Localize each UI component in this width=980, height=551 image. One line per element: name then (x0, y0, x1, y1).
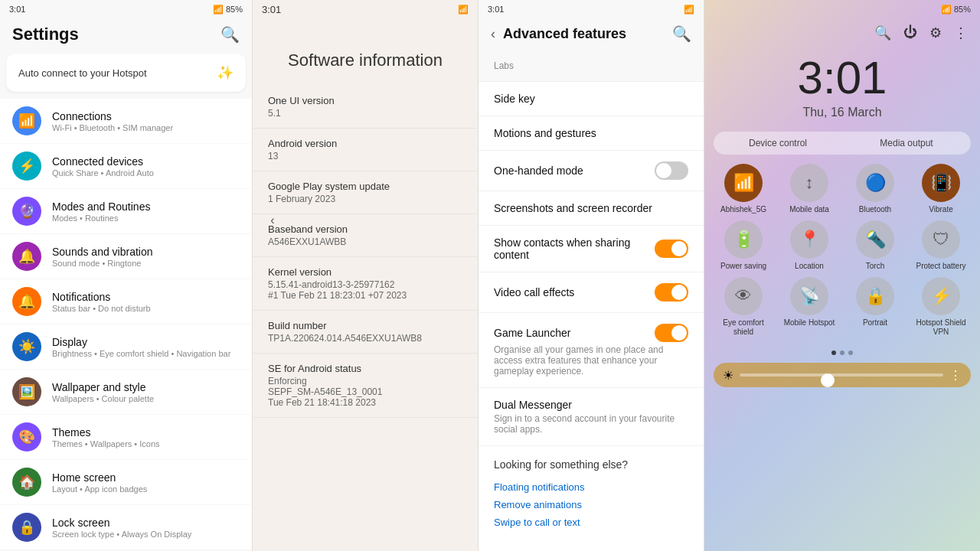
settings-item-text-themes: Themes Themes • Wallpapers • Icons (52, 426, 160, 448)
lock-search-icon[interactable]: 🔍 (874, 24, 891, 41)
advanced-item-show-contacts[interactable]: Show contacts when sharing content (479, 226, 704, 272)
settings-item-text-wallpaper: Wallpaper and style Wallpapers • Colour … (52, 381, 154, 403)
settings-icon-connections: 📶 (12, 106, 41, 135)
qs-icon-mobile-data: ↕ (790, 164, 828, 202)
settings-item-title-display: Display (52, 336, 230, 348)
qs-item-wifi[interactable]: 📶 Abhishek_5G (714, 164, 773, 214)
qs-item-hotspot-shield[interactable]: ⚡ Hotspot Shield VPN (911, 277, 971, 337)
status-bar-2: 3:01 📶 (253, 0, 478, 18)
settings-header: Settings 🔍 (0, 18, 252, 51)
toggle-show-contacts[interactable] (655, 240, 688, 258)
settings-item-connections[interactable]: 📶 Connections Wi-Fi • Bluetooth • SIM ma… (0, 99, 252, 143)
advanced-item-motions[interactable]: Motions and gestures (479, 116, 704, 151)
software-value-1: 13 (268, 151, 462, 161)
settings-item-sounds[interactable]: 🔔 Sounds and vibration Sound mode • Ring… (0, 234, 252, 279)
qs-item-portrait[interactable]: 🔒 Portrait (845, 277, 905, 337)
qs-item-mobile-data[interactable]: ↕ Mobile data (779, 164, 839, 214)
settings-item-title-wallpaper: Wallpaper and style (52, 381, 154, 393)
settings-item-wallpaper[interactable]: 🖼️ Wallpaper and style Wallpapers • Colo… (0, 370, 252, 414)
settings-icon-wallpaper: 🖼️ (12, 377, 41, 406)
qs-item-protect-battery[interactable]: 🛡 Protect battery (911, 220, 971, 271)
back-icon-advanced[interactable]: ‹ (491, 26, 495, 42)
settings-item-connected-devices[interactable]: ⚡ Connected devices Quick Share • Androi… (0, 144, 252, 188)
advanced-item-dual-messenger[interactable]: Dual Messenger Sign in to a second accou… (479, 388, 704, 446)
advanced-item-side-key[interactable]: Side key (479, 82, 704, 116)
settings-item-home[interactable]: 🏠 Home screen Layout • App icon badges (0, 460, 252, 504)
signal-icon-3: 📶 (684, 5, 694, 15)
qs-pagination-dots (704, 346, 980, 360)
device-control-tab[interactable]: Device control (714, 132, 842, 155)
settings-item-modes[interactable]: 🔮 Modes and Routines Modes • Routines (0, 189, 252, 233)
advanced-items-container: Side key Motions and gestures One-handed… (479, 82, 704, 446)
status-time-1: 3:01 (9, 5, 25, 14)
hotspot-text: Auto connect to your Hotspot (18, 67, 147, 79)
advanced-item-title-game-launcher: Game Launcher (494, 327, 570, 339)
settings-item-notifications[interactable]: 🔔 Notifications Status bar • Do not dist… (0, 279, 252, 324)
qs-item-torch[interactable]: 🔦 Torch (845, 220, 905, 271)
search-icon-advanced[interactable]: 🔍 (672, 24, 691, 43)
hotspot-banner[interactable]: Auto connect to your Hotspot ✨ (6, 54, 246, 92)
qs-item-eye-comfort[interactable]: 👁 Eye comfort shield (714, 277, 773, 337)
qs-icon-hotspot-shield: ⚡ (922, 277, 960, 315)
settings-icon-sounds: 🔔 (12, 242, 41, 271)
looking-links-container: Floating notificationsRemove animationsS… (494, 478, 688, 531)
advanced-item-header-video-call: Video call effects (494, 283, 688, 302)
toggle-one-handed[interactable] (655, 161, 688, 180)
toggle-video-call[interactable] (655, 283, 688, 302)
brightness-bar[interactable]: ☀ ⋮ (714, 363, 971, 387)
settings-item-subtitle-connections: Wi-Fi • Bluetooth • SIM manager (52, 123, 173, 132)
brightness-icon: ☀ (723, 368, 733, 383)
advanced-item-header-screenshots: Screenshots and screen recorder (494, 202, 688, 214)
advanced-item-game-launcher[interactable]: Game Launcher Organise all your games in… (479, 313, 704, 388)
software-value-3: A546EXXU1AWBB (268, 236, 462, 247)
advanced-panel: 3:01 📶 ‹ Advanced features 🔍 Labs Side k… (479, 0, 704, 551)
qs-icon-wifi: 📶 (724, 164, 763, 202)
settings-item-subtitle-sounds: Sound mode • Ringtone (52, 259, 153, 268)
qs-item-power-saving[interactable]: 🔋 Power saving (714, 220, 773, 271)
lock-power-icon[interactable]: ⏻ (903, 24, 917, 41)
lock-settings-icon[interactable]: ⚙ (929, 24, 942, 41)
qs-label-vibrate: Vibrate (929, 205, 953, 214)
qs-icon-location: 📍 (790, 220, 828, 259)
signal-icon: 📶 (213, 5, 224, 15)
qs-icon-eye-comfort: 👁 (724, 277, 763, 315)
software-label-3: Baseband version (268, 223, 462, 235)
advanced-item-screenshots[interactable]: Screenshots and screen recorder (479, 191, 704, 226)
settings-item-themes[interactable]: 🎨 Themes Themes • Wallpapers • Icons (0, 415, 252, 459)
software-item-6: SE for Android status Enforcing SEPF_SM-… (253, 354, 478, 418)
qs-item-vibrate[interactable]: 📳 Vibrate (911, 164, 971, 214)
advanced-item-header-motions: Motions and gestures (494, 127, 688, 139)
settings-icon-connected-devices: ⚡ (12, 152, 41, 181)
advanced-item-header-show-contacts: Show contacts when sharing content (494, 236, 688, 261)
search-icon-settings[interactable]: 🔍 (220, 25, 240, 44)
back-button[interactable]: ‹ (260, 208, 285, 233)
brightness-track (740, 373, 943, 377)
device-media-tabs: Device control Media output (714, 132, 971, 155)
settings-item-lock[interactable]: 🔒 Lock screen Screen lock type • Always … (0, 505, 252, 549)
qs-item-bluetooth[interactable]: 🔵 Bluetooth (845, 164, 905, 214)
lock-menu-icon[interactable]: ⋮ (954, 24, 968, 41)
software-title: Software information (288, 51, 443, 70)
toggle-game-launcher[interactable] (655, 324, 688, 342)
qs-icon-bluetooth: 🔵 (856, 164, 894, 202)
status-icons-3: 📶 (684, 5, 694, 15)
looking-link-2[interactable]: Swipe to call or text (494, 514, 688, 531)
software-value-4: 5.15.41-android13-3-25977162 #1 Tue Feb … (268, 279, 462, 301)
qs-icon-torch: 🔦 (856, 220, 894, 259)
qs-icon-mobile-hotspot: 📡 (790, 277, 828, 315)
advanced-item-one-handed[interactable]: One-handed mode (479, 151, 704, 191)
media-output-tab[interactable]: Media output (842, 132, 971, 155)
qs-label-eye-comfort: Eye comfort shield (714, 318, 773, 337)
looking-link-1[interactable]: Remove animations (494, 496, 688, 514)
looking-link-0[interactable]: Floating notifications (494, 478, 688, 496)
toggle-knob-show-contacts (671, 241, 687, 256)
settings-item-text-connections: Connections Wi-Fi • Bluetooth • SIM mana… (52, 110, 173, 132)
advanced-item-video-call[interactable]: Video call effects (479, 272, 704, 313)
advanced-item-header-game-launcher: Game Launcher (494, 324, 688, 342)
qs-item-location[interactable]: 📍 Location (779, 220, 839, 271)
advanced-item-title-screenshots: Screenshots and screen recorder (494, 202, 652, 214)
settings-item-display[interactable]: ☀️ Display Brightness • Eye comfort shie… (0, 324, 252, 369)
qs-item-mobile-hotspot[interactable]: 📡 Mobile Hotspot (779, 277, 839, 337)
settings-item-subtitle-wallpaper: Wallpapers • Colour palette (52, 394, 154, 403)
brightness-menu-icon[interactable]: ⋮ (949, 368, 962, 383)
